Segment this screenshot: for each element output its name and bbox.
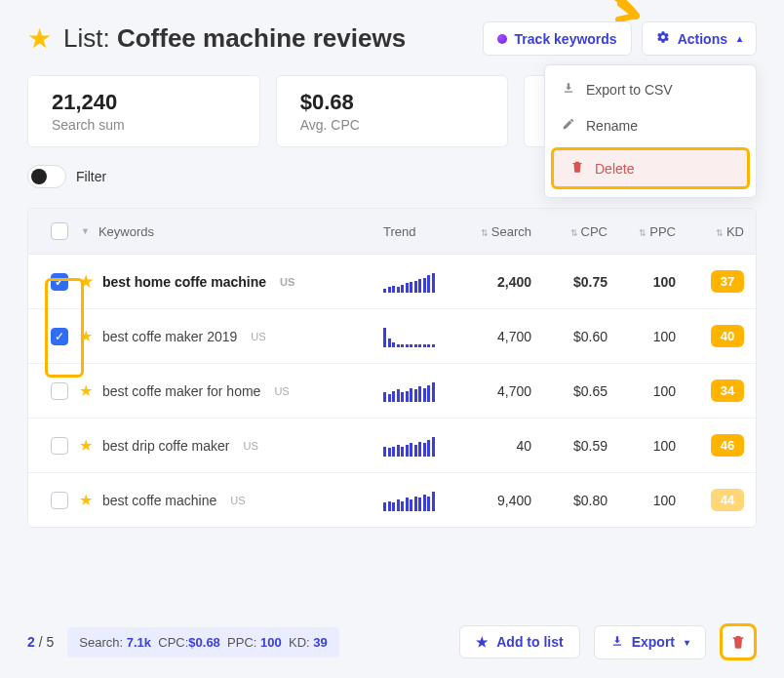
cell-cpc: $0.80 — [531, 493, 608, 508]
keyword-text[interactable]: best home coffe machine — [102, 274, 266, 290]
trend-sparkline — [383, 380, 453, 402]
row-checkbox[interactable]: ✓ — [51, 273, 68, 291]
table-row: ★best drip coffe makerUS40$0.5910046 — [28, 419, 756, 473]
cell-search: 40 — [453, 438, 531, 454]
row-checkbox[interactable]: ✓ — [51, 328, 68, 345]
stat-avg-cpc: $0.68 Avg. CPC — [276, 75, 509, 147]
keyword-text[interactable]: best drip coffe maker — [102, 438, 229, 454]
track-dot-icon — [497, 34, 507, 44]
cell-ppc: 100 — [608, 383, 676, 399]
star-icon[interactable]: ★ — [79, 272, 93, 291]
cell-cpc: $0.60 — [531, 329, 608, 344]
stat-search-sum: 21,240 Search sum — [27, 75, 260, 147]
keyword-text[interactable]: best coffe maker for home — [102, 383, 260, 399]
row-checkbox[interactable] — [51, 382, 68, 400]
cell-cpc: $0.65 — [531, 383, 608, 399]
add-to-list-button[interactable]: ★ Add to list — [459, 625, 579, 658]
column-kd[interactable]: ⇅KD — [676, 224, 744, 239]
selection-summary: Search: 7.1k CPC:$0.68 PPC: 100 KD: 39 — [67, 627, 339, 658]
trend-sparkline — [383, 435, 453, 457]
cell-search: 9,400 — [453, 493, 531, 508]
column-trend[interactable]: Trend — [383, 224, 453, 239]
table-row: ★best coffe machineUS9,400$0.8010044 — [28, 473, 756, 527]
cell-kd: 44 — [676, 489, 744, 511]
star-icon[interactable]: ★ — [79, 436, 93, 455]
trend-sparkline — [383, 490, 453, 511]
column-keywords[interactable]: ▼ Keywords — [79, 224, 383, 239]
menu-export-csv[interactable]: Export to CSV — [545, 71, 756, 107]
filter-toggle[interactable] — [27, 165, 66, 188]
selection-count: 2 / 5 — [27, 634, 54, 650]
row-checkbox[interactable] — [51, 492, 68, 509]
table-row: ★best coffe maker for homeUS4,700$0.6510… — [28, 364, 756, 419]
keyword-region: US — [230, 495, 245, 506]
sort-icon: ⇅ — [481, 228, 489, 238]
star-icon[interactable]: ★ — [79, 491, 93, 509]
table-row: ✓★best coffe maker 2019US4,700$0.6010040 — [28, 309, 756, 364]
delete-selected-button[interactable] — [720, 623, 757, 660]
pencil-icon — [561, 117, 576, 134]
keyword-text[interactable]: best coffe machine — [102, 493, 216, 508]
track-keywords-button[interactable]: Track keywords — [483, 21, 632, 56]
star-icon: ★ — [476, 634, 489, 650]
actions-button[interactable]: Actions ▴ — [642, 21, 757, 56]
export-button[interactable]: Export ▾ — [594, 625, 706, 659]
cell-ppc: 100 — [608, 493, 676, 508]
cell-search: 2,400 — [453, 274, 531, 290]
cell-kd: 37 — [676, 270, 744, 293]
page-title: List: Coffee machine reviews — [63, 23, 406, 54]
sort-icon: ⇅ — [570, 228, 578, 238]
table-row: ✓★best home coffe machineUS2,400$0.75100… — [28, 255, 756, 309]
keyword-text[interactable]: best coffe maker 2019 — [102, 329, 237, 344]
cell-search: 4,700 — [453, 383, 531, 399]
cell-cpc: $0.59 — [531, 438, 608, 454]
cell-cpc: $0.75 — [531, 274, 608, 290]
chevron-down-icon: ▾ — [685, 637, 689, 648]
filter-label: Filter — [76, 169, 106, 184]
keyword-region: US — [274, 385, 289, 397]
column-search[interactable]: ⇅Search — [453, 224, 531, 239]
cell-kd: 46 — [676, 434, 744, 457]
column-cpc[interactable]: ⇅CPC — [531, 224, 608, 239]
actions-dropdown: Export to CSV Rename Delete — [544, 64, 757, 198]
list-star-icon: ★ — [27, 22, 52, 55]
cell-kd: 40 — [676, 325, 744, 347]
keyword-region: US — [251, 331, 265, 342]
download-icon — [561, 81, 576, 98]
star-icon[interactable]: ★ — [79, 327, 93, 345]
keywords-table: ▼ Keywords Trend ⇅Search ⇅CPC ⇅PPC ⇅KD ✓… — [27, 208, 757, 528]
sort-icon: ⇅ — [639, 228, 647, 238]
trend-sparkline — [383, 271, 453, 293]
cell-ppc: 100 — [608, 438, 676, 454]
trash-icon — [730, 634, 746, 650]
row-checkbox[interactable] — [51, 437, 68, 455]
star-icon[interactable]: ★ — [79, 381, 93, 400]
cell-kd: 34 — [676, 379, 744, 402]
sort-icon: ⇅ — [716, 228, 724, 238]
chevron-up-icon: ▴ — [737, 33, 742, 44]
keyword-region: US — [243, 440, 257, 452]
table-header: ▼ Keywords Trend ⇅Search ⇅CPC ⇅PPC ⇅KD — [28, 209, 756, 255]
menu-delete[interactable]: Delete — [551, 147, 750, 189]
column-ppc[interactable]: ⇅PPC — [608, 224, 676, 239]
cell-ppc: 100 — [608, 274, 676, 290]
gear-icon — [656, 30, 670, 47]
keyword-region: US — [280, 276, 294, 288]
download-icon — [610, 634, 624, 651]
menu-rename[interactable]: Rename — [545, 107, 756, 143]
cell-ppc: 100 — [608, 329, 676, 344]
trend-sparkline — [383, 326, 453, 347]
sort-desc-icon: ▼ — [81, 226, 90, 236]
cell-search: 4,700 — [453, 329, 531, 344]
trash-icon — [569, 160, 585, 177]
select-all-checkbox[interactable] — [51, 222, 68, 240]
